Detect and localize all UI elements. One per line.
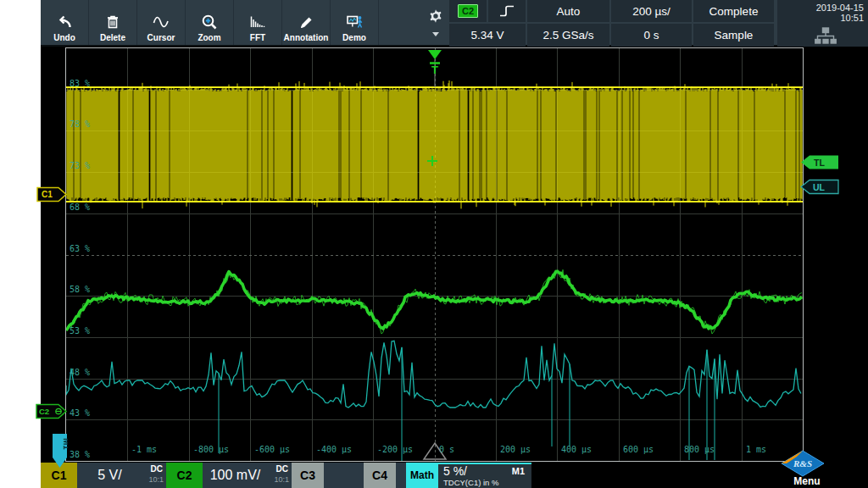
demo-presenter-icon [345, 14, 364, 30]
coupling-label: DC [151, 465, 163, 474]
time-scale-label: -200 µs [377, 445, 413, 454]
zoom-magnifier-icon [200, 14, 219, 30]
user-level-tag[interactable]: UL [800, 179, 839, 195]
oscilloscope-screen: UndoDeleteCursorZoomFFTAnnotationDemo C2… [41, 0, 868, 488]
toolbar-button-label: Zoom [198, 33, 220, 42]
vertical-scale-label: 63 % [70, 244, 90, 253]
datetime-panel: 2019-04-15 10:51 [777, 0, 868, 47]
channel-panel-c1[interactable]: 5 V/DC10:1 [77, 463, 166, 488]
channel-bar: C15 V/DC10:1C2100 mV/DC10:1C3C4Math5 %/T… [41, 462, 868, 488]
waveform-display[interactable]: T 83 %78 %73 %68 %63 %58 %53 %48 %43 %38… [65, 47, 804, 462]
trigger-level-cell[interactable]: 5.34 V [449, 24, 526, 47]
toolbar-button-undo[interactable]: Undo [41, 0, 89, 45]
fft-bars-icon [248, 14, 267, 30]
toolbar-button-label: Undo [53, 33, 75, 42]
acquisition-mode-cell[interactable]: Sample [693, 24, 774, 47]
channel-badge-c3[interactable]: C3 [292, 463, 324, 488]
time-label: 10:51 [782, 13, 864, 23]
channel-scale: 100 mV/ [203, 463, 268, 488]
toolbar-button-annotation[interactable]: Annotation [282, 0, 331, 45]
vertical-scale-label: 43 % [70, 408, 90, 418]
vertical-scale-label: 38 % [70, 450, 90, 459]
vertical-scale-label: 73 % [70, 161, 90, 170]
math-reference-label: M1 [512, 466, 525, 476]
annotation-pencil-icon [297, 14, 315, 30]
m1-reference-tag[interactable]: M1 [52, 433, 68, 469]
menu-button[interactable]: Menu [785, 475, 829, 487]
time-scale-label: 200 µs [500, 445, 531, 454]
vertical-scale-label: 58 % [70, 285, 90, 294]
c2-waveform [66, 269, 802, 334]
svg-text:TL: TL [814, 158, 825, 168]
trigger-position-marker[interactable]: T [428, 50, 442, 87]
trigger-level-tag[interactable]: TL [800, 154, 839, 170]
toolbar-button-label: FFT [250, 33, 265, 42]
rohde-schwarz-logo: R&S [780, 450, 826, 477]
time-scale-label: 0 s [439, 445, 454, 454]
time-scale-label: 1 ms [746, 445, 766, 454]
vertical-scale-label: 53 % [70, 326, 90, 336]
date-label: 2019-04-15 [782, 3, 864, 13]
channel-scale: 5 V/ [77, 463, 142, 488]
c1-level-tag[interactable]: C1 [36, 186, 68, 202]
svg-text:M1: M1 [62, 438, 69, 450]
screenshot-root: { "toolbar": { "buttons": [ {"label": "U… [0, 0, 868, 488]
time-scale-label: 600 µs [623, 445, 654, 454]
undo-icon [55, 14, 74, 30]
status-grid: C2Auto200 µs/Complete5.34 V2.5 GSa/s0 sS… [449, 0, 776, 47]
coupling-label: DC [276, 465, 288, 474]
horizontal-position-cell[interactable]: 0 s [611, 24, 692, 47]
channel-badge-c4[interactable]: C4 [364, 463, 396, 488]
timebase-cell[interactable]: 200 µs/ [611, 0, 692, 22]
channel-badge-c2[interactable]: C2 [166, 463, 203, 488]
trash-icon [103, 14, 122, 30]
probe-ratio-label: 10:1 [148, 475, 164, 484]
time-scale-label: 800 µs [684, 445, 715, 454]
gear-icon [428, 8, 443, 24]
trigger-source-badge: C2 [458, 4, 478, 18]
toolbar-button-label: Delete [100, 33, 125, 42]
time-scale-label: -1 ms [131, 445, 157, 454]
probe-ratio-label: 10:1 [274, 475, 289, 484]
channel-panel-c3[interactable] [324, 463, 364, 488]
channel-panel-c2[interactable]: 100 mV/DC10:1 [203, 463, 292, 488]
c1-waveform [66, 80, 803, 208]
svg-text:C1: C1 [42, 190, 53, 199]
vertical-scale-label: 83 % [70, 79, 90, 88]
toolbar-button-label: Annotation [284, 33, 329, 42]
time-scale-label: 400 µs [561, 445, 592, 454]
toolbar-button-cursor[interactable]: Cursor [137, 0, 186, 45]
settings-gear-button[interactable] [426, 8, 445, 42]
trigger-slope-cell[interactable] [488, 0, 526, 22]
toolbar-button-label: Demo [342, 33, 366, 42]
toolbar-button-label: Cursor [147, 33, 175, 42]
vertical-scale-label: 68 % [70, 202, 90, 212]
math-panel[interactable]: 5 %/TDCY(C1) in %M1 [438, 463, 531, 488]
vertical-scale-label: 78 % [70, 119, 90, 129]
time-scale-label: -600 µs [254, 445, 290, 454]
vertical-scale-label: 48 % [70, 368, 90, 377]
m1-math-waveform [66, 341, 801, 461]
time-scale-label: -400 µs [316, 445, 352, 454]
caret-down-icon [432, 32, 439, 36]
toolbar-button-zoom[interactable]: Zoom [186, 0, 234, 45]
math-badge[interactable]: Math [406, 463, 438, 488]
svg-text:C2: C2 [39, 407, 49, 416]
cursor-wave-icon [152, 14, 170, 30]
trigger-mode-cell[interactable]: Auto [527, 0, 609, 22]
sample-rate-cell[interactable]: 2.5 GSa/s [527, 24, 609, 47]
acquisition-status-cell[interactable]: Complete [693, 0, 774, 22]
toolbar-button-fft[interactable]: FFT [234, 0, 282, 45]
svg-text:T: T [431, 64, 438, 76]
toolbar-button-demo[interactable]: Demo [331, 0, 379, 45]
svg-text:R&S: R&S [793, 458, 812, 469]
time-scale-label: -800 µs [193, 445, 229, 454]
svg-text:UL: UL [813, 182, 826, 192]
math-scale: 5 %/ [443, 464, 467, 478]
network-icon [815, 27, 837, 44]
toolbar-button-delete[interactable]: Delete [89, 0, 137, 45]
trigger-source-cell[interactable]: C2 [449, 0, 487, 22]
c2-ground-tag[interactable]: C2 [36, 403, 68, 419]
rising-edge-icon [498, 4, 516, 18]
math-expression: TDCY(C1) in % [443, 478, 498, 487]
